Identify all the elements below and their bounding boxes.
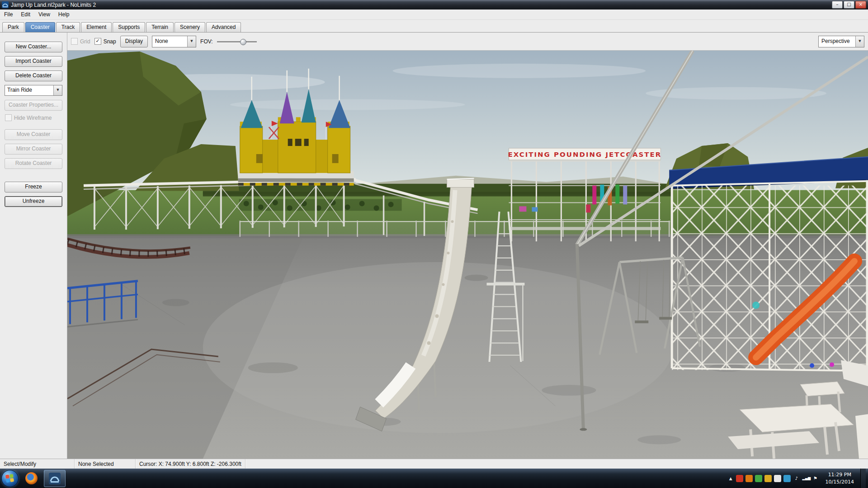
fov-label: FOV: <box>200 38 213 45</box>
window-title: Jamp Up Land.nl2park - NoLimits 2 <box>11 2 832 8</box>
chevron-down-icon[interactable]: ▼ <box>53 85 62 95</box>
app-icon <box>2 1 9 8</box>
hide-wireframe-row: Hide Wireframe <box>5 114 62 121</box>
nolimits-icon <box>49 473 61 484</box>
viewport-scene: EXCITING POUNDING JETCOASTER <box>67 51 868 459</box>
menu-file[interactable]: File <box>0 10 17 19</box>
chevron-down-icon[interactable]: ▼ <box>855 36 864 47</box>
taskbar-clock[interactable]: 11:29 PM 10/15/2014 <box>821 471 858 486</box>
coaster-select-value: Train Ride <box>5 85 53 95</box>
nolimits-window: Jamp Up Land.nl2park - NoLimits 2 – □ × … <box>0 0 868 488</box>
hide-wireframe-label: Hide Wireframe <box>14 115 52 121</box>
start-button[interactable] <box>1 470 19 487</box>
menu-view[interactable]: View <box>34 10 54 19</box>
import-coaster-button[interactable]: Import Coaster <box>5 56 62 67</box>
view-mode-select[interactable]: Perspective ▼ <box>818 36 864 47</box>
clock-time: 11:29 PM <box>826 471 854 479</box>
grid-toggle-row: Grid <box>71 38 90 45</box>
statusbar: Select/Modify None Selected Cursor: X: 7… <box>0 459 868 469</box>
snap-label: Snap <box>104 38 116 45</box>
network-icon[interactable]: ▂▄▆ <box>802 475 810 482</box>
jetcoaster-banner-text: EXCITING POUNDING JETCOASTER <box>508 150 661 159</box>
fov-slider-thumb[interactable] <box>240 39 246 45</box>
view-toolbar: Grid ✓ Snap Display None ▼ FOV: <box>67 33 868 51</box>
tray-app-red-icon[interactable] <box>736 475 743 482</box>
work-area: New Coaster... Import Coaster Delete Coa… <box>0 33 868 459</box>
chevron-down-icon[interactable]: ▼ <box>187 36 196 47</box>
display-button[interactable]: Display <box>120 36 148 47</box>
unfreeze-button[interactable]: Unfreeze <box>5 196 62 207</box>
status-cursor-coordinates: Cursor: X: 74.900ft Y: 6.800ft Z: -206.3… <box>136 459 245 469</box>
freeze-button[interactable]: Freeze <box>5 182 62 192</box>
show-desktop-button[interactable] <box>860 469 866 488</box>
tab-terrain[interactable]: Terrain <box>146 22 174 32</box>
rotate-coaster-button: Rotate Coaster <box>5 158 62 169</box>
firefox-icon <box>25 472 38 484</box>
editor-right-column: Grid ✓ Snap Display None ▼ FOV: <box>67 33 868 459</box>
grid-label: Grid <box>80 38 90 45</box>
tray-app-white-icon[interactable] <box>774 475 781 482</box>
fov-slider-groove[interactable] <box>217 41 257 43</box>
status-mode: Select/Modify <box>0 459 75 469</box>
volume-icon[interactable]: ♪ <box>793 475 800 482</box>
tab-supports[interactable]: Supports <box>113 22 145 32</box>
taskbar-firefox-button[interactable] <box>21 470 42 487</box>
tray-app-blue-icon[interactable] <box>783 475 791 482</box>
tray-app-orange-icon[interactable] <box>745 475 753 482</box>
tray-app-green-icon[interactable] <box>755 475 762 482</box>
selection-mode-select[interactable]: None ▼ <box>152 36 196 47</box>
hidden-icons-chevron-icon[interactable]: ▲ <box>728 476 734 481</box>
taskbar-nolimits-button[interactable] <box>44 470 66 487</box>
minimize-button[interactable]: – <box>832 1 843 9</box>
menu-help[interactable]: Help <box>54 10 74 19</box>
move-coaster-button: Move Coaster <box>5 129 62 140</box>
snap-checkbox[interactable]: ✓ <box>94 38 101 45</box>
menu-edit[interactable]: Edit <box>17 10 34 19</box>
delete-coaster-button[interactable]: Delete Coaster <box>5 70 62 81</box>
windows-taskbar: ▲ ♪ ▂▄▆ ⚑ 11:29 PM 10/15/2014 <box>0 469 868 488</box>
titlebar: Jamp Up Land.nl2park - NoLimits 2 – □ × <box>0 0 868 9</box>
close-button[interactable]: × <box>855 1 866 9</box>
menubar: File Edit View Help <box>0 9 868 20</box>
new-coaster-button[interactable]: New Coaster... <box>5 42 62 52</box>
action-center-flag-icon[interactable]: ⚑ <box>812 475 819 482</box>
tab-park[interactable]: Park <box>2 22 24 32</box>
coaster-select[interactable]: Train Ride ▼ <box>5 85 62 96</box>
tab-scenery[interactable]: Scenery <box>175 22 205 32</box>
window-controls: – □ × <box>832 1 866 9</box>
clock-date: 10/15/2014 <box>826 479 854 486</box>
selection-mode-value: None <box>152 36 187 47</box>
coaster-properties-button: Coaster Properties... <box>5 100 62 111</box>
snap-toggle-row: ✓ Snap <box>94 38 116 45</box>
windows-logo-icon <box>5 474 14 483</box>
lattice-slide-tower <box>669 157 868 386</box>
tab-track[interactable]: Track <box>56 22 80 32</box>
maximize-button[interactable]: □ <box>844 1 854 9</box>
fov-slider[interactable] <box>217 38 257 46</box>
mirror-coaster-button: Mirror Coaster <box>5 144 62 155</box>
hide-wireframe-checkbox <box>5 114 12 121</box>
editor-tabbar: Park Coaster Track Element Supports Terr… <box>0 20 868 33</box>
system-tray: ▲ ♪ ▂▄▆ ⚑ 11:29 PM 10/15/2014 <box>728 469 867 488</box>
grid-checkbox <box>71 38 78 45</box>
coaster-sidebar: New Coaster... Import Coaster Delete Coa… <box>0 33 67 459</box>
status-selection: None Selected <box>75 459 136 469</box>
tab-element[interactable]: Element <box>81 22 112 32</box>
tab-coaster[interactable]: Coaster <box>25 22 55 32</box>
tray-app-amber-icon[interactable] <box>764 475 772 482</box>
tab-advanced[interactable]: Advanced <box>206 22 241 32</box>
view-mode-value: Perspective <box>819 36 855 47</box>
viewport-3d[interactable]: EXCITING POUNDING JETCOASTER <box>67 51 868 459</box>
